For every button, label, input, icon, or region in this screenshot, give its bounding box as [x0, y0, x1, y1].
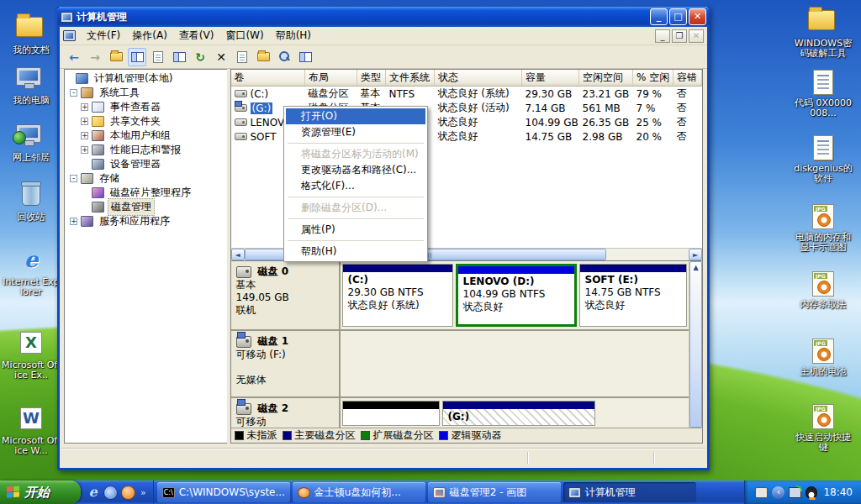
scroll-left-icon[interactable]: ◄: [231, 249, 245, 260]
volume-list-header[interactable]: 卷 布局 类型 文件系统 状态 容量 空闲空间 % 空闲 容错: [231, 70, 702, 87]
tree-item-system-tools[interactable]: -系统工具: [65, 86, 227, 100]
disk-0-label[interactable]: 磁盘 0 基本 149.05 GB 联机: [231, 261, 341, 329]
tree-item-disk-management[interactable]: 磁盘管理: [65, 200, 227, 214]
windows-flag-icon: [7, 486, 20, 498]
collapse-icon[interactable]: -: [70, 89, 77, 97]
back-icon[interactable]: ←: [65, 48, 83, 66]
network-tray-icon[interactable]: [789, 487, 801, 498]
menu-explore[interactable]: 资源管理(E): [286, 124, 425, 140]
uc-browser-quick-launch-icon[interactable]: [121, 486, 135, 500]
desktop-icon-password-tool[interactable]: WINDOWS密码破解工具: [794, 5, 853, 59]
desktop-icon-excel[interactable]: XMicrosoft Office Ex..: [2, 329, 61, 381]
cmd-icon: C:\: [162, 487, 175, 498]
forward-icon[interactable]: →: [86, 48, 104, 66]
collapse-icon[interactable]: -: [70, 175, 77, 182]
disk-1-empty-area: [341, 331, 689, 396]
col-filesystem: 文件系统: [386, 70, 435, 87]
menu-view[interactable]: 查看(V): [173, 27, 220, 45]
mdi-restore-button[interactable]: ❐: [672, 29, 687, 43]
scroll-up-icon[interactable]: ▲: [689, 261, 702, 428]
tree-item-storage[interactable]: -存储: [65, 171, 227, 186]
partition-unallocated[interactable]: [342, 401, 440, 426]
expand-icon[interactable]: +: [81, 132, 88, 139]
desktop-icon-memory-stick[interactable]: JPG内存条取法: [794, 270, 853, 310]
taskbar-button-cmd[interactable]: C:\C:\WINDOWS\syste...: [157, 482, 290, 502]
keyboard-tray-icon[interactable]: [755, 487, 768, 498]
desktop-icon-my-documents[interactable]: 我的文档: [2, 12, 61, 55]
desktop-icon-internet-explorer[interactable]: eInternet Explorer: [2, 247, 61, 297]
scroll-right-icon[interactable]: ►: [689, 249, 702, 260]
desktop-icon-code-file[interactable]: 代码 0X0000008...: [794, 69, 853, 118]
tree-item-performance-logs[interactable]: +性能日志和警报: [65, 143, 227, 157]
partition-soft-e[interactable]: SOFT (E:)14.75 GB NTFS状态良好: [579, 264, 687, 327]
up-folder-icon[interactable]: [107, 48, 125, 66]
show-panel-icon[interactable]: [170, 48, 188, 66]
local-users-icon: [92, 130, 104, 141]
search-icon[interactable]: [275, 48, 293, 66]
taskbar-button-computer-management[interactable]: 计算机管理: [563, 482, 696, 502]
quick-launch-overflow-icon[interactable]: »: [139, 487, 148, 498]
start-button[interactable]: 开始: [0, 480, 81, 504]
partition-lenovo-d[interactable]: LENOVO (D:)104.99 GB NTFS状态良好: [456, 264, 577, 327]
delete-icon[interactable]: ✕: [212, 48, 230, 66]
menu-properties[interactable]: 属性(P): [286, 222, 425, 238]
refresh-icon[interactable]: ↻: [191, 48, 209, 66]
menu-open[interactable]: 打开(O): [286, 108, 425, 124]
tree-item-device-manager[interactable]: 设备管理器: [65, 157, 227, 171]
show-tree-icon[interactable]: [128, 48, 146, 66]
desktop-icon-quick-launch-key[interactable]: JPG快速启动快捷键: [794, 403, 853, 453]
open-folder-icon[interactable]: [254, 48, 272, 66]
close-button[interactable]: ✕: [689, 8, 706, 25]
menu-help[interactable]: 帮助(H): [270, 27, 317, 45]
tree-item-services[interactable]: +服务和应用程序: [65, 214, 227, 228]
partition-c[interactable]: (C:)29.30 GB NTFS状态良好 (系统): [342, 264, 453, 327]
ie-quick-launch-icon[interactable]: e: [86, 486, 100, 500]
partition-g[interactable]: (G:): [442, 401, 595, 426]
window-title: 计算机管理: [77, 10, 648, 24]
messenger-quick-launch-icon[interactable]: [103, 486, 118, 500]
menu-change-drive-letter[interactable]: 更改驱动器名和路径(C)...: [286, 162, 425, 178]
disk-2-label[interactable]: 磁盘 2 可移动: [231, 398, 341, 428]
desktop-icon-host-battery[interactable]: JPG主机的电池: [794, 338, 853, 377]
taskbar-button-paint[interactable]: 磁盘管理2 - 画图: [428, 482, 561, 502]
taskbar-button-browser[interactable]: 金士顿u盘如何初...: [293, 482, 425, 502]
partition-color-bar: [343, 402, 439, 409]
desktop-icon-recycle-bin[interactable]: 回收站: [2, 181, 61, 223]
icon-label: 我的文档: [2, 45, 61, 55]
volume-row-c[interactable]: (C:) 磁盘分区基本NTFS状态良好 (系统)29.30 GB23.21 GB…: [231, 87, 702, 102]
maximize-button[interactable]: □: [669, 8, 687, 25]
hide-icons-chevron-icon[interactable]: ‹: [772, 486, 784, 499]
desktop-icon-word[interactable]: WMicrosoft Office W...: [2, 405, 61, 456]
menu-file[interactable]: 文件(F): [81, 27, 126, 45]
mdi-minimize-button[interactable]: _: [655, 29, 670, 43]
expand-icon[interactable]: +: [81, 118, 88, 125]
system-tray: ‹ 18:40: [744, 480, 861, 504]
mdi-close-button[interactable]: ✕: [689, 29, 704, 43]
disk-1-label[interactable]: 磁盘 1 可移动 (F:) 无媒体: [231, 331, 341, 396]
tree-item-shared-folders[interactable]: +共享文件夹: [65, 114, 227, 129]
qq-tray-icon[interactable]: [806, 486, 817, 499]
console-icon[interactable]: [296, 48, 314, 66]
task-buttons: C:\C:\WINDOWS\syste... 金士顿u盘如何初... 磁盘管理2…: [154, 480, 745, 504]
disk-management-icon: [92, 202, 104, 213]
expand-icon[interactable]: +: [70, 218, 77, 225]
menu-window[interactable]: 窗口(W): [219, 27, 269, 45]
menu-format[interactable]: 格式化(F)...: [286, 178, 425, 194]
menu-action[interactable]: 操作(A): [126, 27, 173, 45]
desktop-icon-my-computer[interactable]: 我的电脑: [2, 64, 61, 106]
minimize-button[interactable]: _: [650, 8, 668, 25]
tree-item-computer-management[interactable]: 计算机管理(本地): [65, 71, 227, 86]
vertical-scrollbar[interactable]: ▲ ▼: [689, 261, 702, 428]
tree-item-event-viewer[interactable]: +事件查看器: [65, 100, 227, 114]
expand-icon[interactable]: +: [81, 103, 88, 111]
jpg-image-icon: JPG: [808, 204, 838, 231]
desktop-icon-network-places[interactable]: 网上邻居: [2, 121, 61, 163]
desktop-icon-diskgenius[interactable]: diskgenius的软件: [794, 134, 853, 184]
menu-help[interactable]: 帮助(H): [286, 244, 425, 260]
expand-icon[interactable]: +: [81, 146, 88, 154]
tree-item-local-users[interactable]: +本地用户和组: [65, 129, 227, 143]
title-bar[interactable]: 计算机管理 _ □ ✕: [57, 7, 710, 27]
properties-icon[interactable]: [233, 48, 251, 66]
desktop-icon-memory-diagram[interactable]: JPG电脑的内存和显卡示意图: [794, 203, 853, 253]
help-doc-icon[interactable]: [149, 48, 167, 66]
